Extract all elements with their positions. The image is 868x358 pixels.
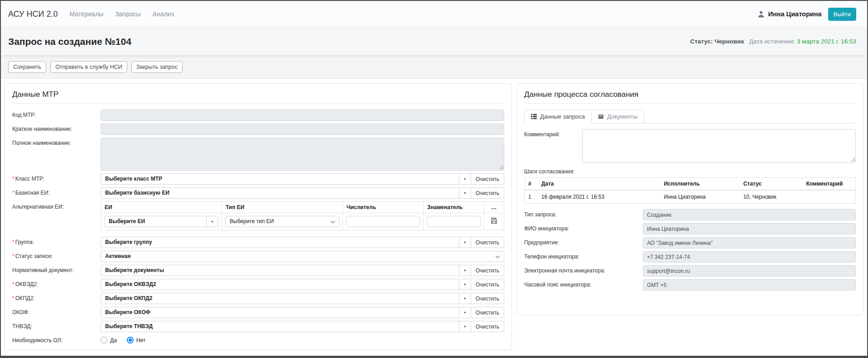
close-request-button[interactable]: Закрыть запрос	[131, 61, 183, 73]
step-comment	[803, 190, 856, 204]
group-clear-button[interactable]: Очистить	[471, 237, 504, 248]
short-name-label: Краткое наименование:	[12, 124, 101, 132]
approval-steps-table: # Дата Исполнитель Статус Комментарий 1 …	[524, 177, 856, 204]
caret-down-icon: ▼	[463, 191, 467, 195]
expiry-label: Дата истечения:	[749, 38, 796, 45]
normative-doc-combobox[interactable]: Выберите документы	[101, 265, 459, 276]
nav-item-materials[interactable]: Материалы	[69, 10, 103, 18]
status-label: Статус:	[690, 38, 713, 45]
form-row-tnved: ТНВЭД: Выберите ТНВЭД ▼ Очистить	[12, 321, 504, 332]
chevron-down-icon	[331, 219, 335, 224]
step-date: 16 февраля 2021 г. 16:53	[538, 190, 660, 204]
okpd2-combobox[interactable]: Выберите ОКПД2	[101, 293, 459, 304]
okof-dropdown-button[interactable]: ▼	[459, 307, 471, 318]
record-status-label: *Статус записи:	[12, 251, 101, 259]
logout-button[interactable]: Выйти	[828, 8, 857, 21]
send-to-nsi-button[interactable]: Отправить в службу НСИ	[50, 61, 127, 73]
caret-down-icon: ▼	[463, 283, 467, 286]
tnved-dropdown-button[interactable]: ▼	[459, 321, 471, 332]
okved2-combobox[interactable]: Выберите ОКВЭД2	[101, 279, 459, 290]
mtr-class-clear-button[interactable]: Очистить	[471, 173, 504, 185]
steps-col-executor: Исполнитель	[660, 178, 739, 191]
full-name-label: Полное наименование:	[12, 138, 101, 146]
group-dropdown-button[interactable]: ▼	[459, 237, 471, 248]
alt-ei-col-type: Тип ЕИ	[222, 202, 343, 213]
okved2-label: *ОКВЭД2:	[12, 279, 101, 287]
ei-type-select[interactable]: Выберите тип ЕИ	[225, 216, 339, 227]
basis-ei-dropdown-button[interactable]: ▼	[459, 187, 471, 199]
group-label: *Группа:	[12, 237, 101, 245]
okof-combobox[interactable]: Выберите ОКОФ	[101, 307, 459, 318]
okof-clear-button[interactable]: Очистить	[471, 307, 504, 318]
form-row-request-type: Тип запроса:	[524, 209, 856, 220]
navbar: АСУ НСИ 2.0 Материалы Запросы Анализ Инн…	[1, 1, 867, 28]
form-row-short-name: Краткое наименование:	[12, 124, 504, 135]
tnved-clear-button[interactable]: Очистить	[471, 321, 504, 332]
short-name-input	[101, 124, 504, 135]
comment-textarea[interactable]	[582, 129, 856, 163]
okpd2-clear-button[interactable]: Очистить	[471, 293, 504, 304]
okpd2-dropdown-button[interactable]: ▼	[459, 293, 471, 304]
basis-ei-combobox[interactable]: Выберите базисную ЕИ	[101, 187, 459, 199]
app-brand[interactable]: АСУ НСИ 2.0	[8, 10, 58, 19]
group-combobox[interactable]: Выберите группу	[101, 237, 459, 248]
basis-ei-clear-button[interactable]: Очистить	[471, 187, 504, 199]
form-row-initiator-email: Электронная почта инициатора:	[524, 265, 856, 277]
form-row-initiator-name: ФИО инициатора:	[524, 223, 856, 234]
save-row-button[interactable]	[491, 217, 497, 224]
mtr-class-label: *Класс МТР:	[12, 173, 101, 182]
okved2-dropdown-button[interactable]: ▼	[459, 279, 471, 290]
alt-ei-table: ЕИ Тип ЕИ Числитель Знаменатель …	[101, 201, 504, 230]
form-row-mtr-class: *Класс МТР: Выберите класс МТР ▼ Очистит…	[12, 173, 504, 185]
user-icon	[757, 10, 765, 18]
steps-col-date: Дата	[538, 178, 660, 191]
mtr-class-combobox[interactable]: Выберите класс МТР	[101, 173, 459, 185]
app-window: АСУ НСИ 2.0 Материалы Запросы Анализ Инн…	[0, 0, 868, 358]
form-row-ol-need: Необходимость ОЛ: Да Нет	[12, 335, 504, 344]
okof-label: ОКОФ:	[12, 307, 101, 315]
required-asterisk: *	[12, 281, 14, 287]
denominator-input[interactable]	[427, 216, 481, 227]
save-button[interactable]: Сохранить	[8, 61, 46, 73]
ei-combobox[interactable]: Выберите ЕИ	[104, 216, 207, 227]
radio-checked-icon[interactable]	[127, 337, 134, 344]
action-toolbar: Сохранить Отправить в службу НСИ Закрыть…	[1, 55, 867, 79]
steps-col-status: Статус	[740, 178, 803, 191]
nav-item-analysis[interactable]: Анализ	[153, 10, 174, 18]
radio-option-no[interactable]: Нет	[127, 337, 145, 344]
required-asterisk: *	[12, 253, 14, 259]
archive-icon	[598, 114, 604, 119]
ei-dropdown-button[interactable]: ▼	[207, 216, 218, 227]
tab-documents[interactable]: Документы	[592, 110, 644, 123]
radio-unchecked-icon[interactable]	[101, 337, 107, 344]
form-row-alt-ei: Альтернативная ЕИ: ЕИ Тип ЕИ Числитель З…	[12, 201, 504, 234]
step-num: 1	[525, 190, 538, 204]
floppy-icon	[491, 217, 497, 224]
step-executor: Инна Циаторина	[660, 190, 739, 204]
form-row-comment: Комментарий:	[524, 129, 856, 163]
form-row-group: *Группа: Выберите группу ▼ Очистить	[12, 237, 504, 248]
normative-doc-dropdown-button[interactable]: ▼	[459, 265, 471, 276]
steps-col-comment: Комментарий	[803, 178, 856, 191]
mtr-data-panel: Данные МТР Код МТР: Краткое наименование…	[5, 83, 512, 350]
initiator-name-input	[643, 223, 856, 234]
initiator-email-label: Электронная почта инициатора:	[524, 265, 643, 274]
form-row-basis-ei: *Базисная ЕИ: Выберите базисную ЕИ ▼ Очи…	[12, 187, 504, 199]
okved2-clear-button[interactable]: Очистить	[471, 279, 504, 290]
list-icon	[531, 114, 537, 119]
request-type-input	[643, 209, 856, 220]
tab-request-data[interactable]: Данные запроса	[524, 110, 592, 123]
form-row-enterprise: Предприятие:	[524, 237, 856, 248]
normative-doc-clear-button[interactable]: Очистить	[471, 265, 504, 276]
record-status-select[interactable]: Активная	[101, 251, 504, 262]
expiry-date: 3 марта 2021 г. 16:53	[797, 38, 856, 45]
mtr-code-label: Код МТР:	[12, 110, 101, 118]
tnved-combobox[interactable]: Выберите ТНВЭД	[101, 321, 459, 332]
initiator-phone-label: Телефон инициатора:	[524, 251, 643, 260]
nav-item-requests[interactable]: Запросы	[115, 10, 140, 18]
numerator-input[interactable]	[346, 216, 420, 227]
mtr-class-dropdown-button[interactable]: ▼	[459, 173, 471, 185]
alt-ei-col-numerator: Числитель	[343, 202, 424, 213]
form-row-okof: ОКОФ: Выберите ОКОФ ▼ Очистить	[12, 307, 504, 318]
radio-option-yes[interactable]: Да	[101, 337, 117, 344]
